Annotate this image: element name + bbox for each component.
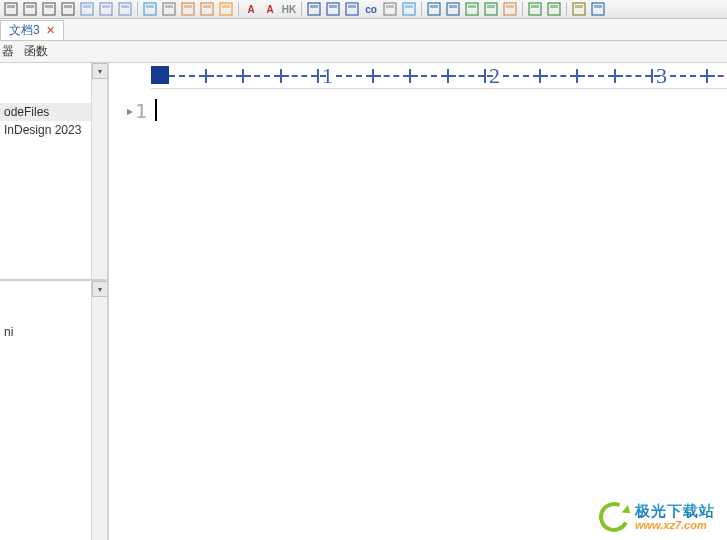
undo-icon[interactable] [179,1,197,17]
close-icon[interactable]: ✕ [46,24,55,37]
nav-left-icon[interactable] [305,1,323,17]
svg-rect-43 [506,5,514,8]
editor: 123 ▸ 1 [109,63,727,540]
copy-icon[interactable] [40,1,58,17]
cal-icon[interactable] [463,1,481,17]
svg-rect-5 [45,5,53,8]
scroll-down-icon[interactable]: ▾ [92,281,107,297]
text-a2-icon[interactable]: A [261,1,279,17]
svg-rect-38 [466,3,478,15]
tree-item[interactable]: odeFiles [0,103,91,121]
frame-icon[interactable] [59,1,77,17]
svg-rect-14 [144,3,156,15]
svg-rect-23 [222,5,230,8]
app-icon[interactable] [570,1,588,17]
page-icon[interactable] [78,1,96,17]
svg-rect-26 [327,3,339,15]
break-icon[interactable] [381,1,399,17]
svg-rect-41 [487,5,495,8]
svg-rect-17 [165,5,173,8]
svg-rect-15 [146,5,154,8]
svg-rect-2 [24,3,36,15]
toolbar-separator [522,2,523,16]
toolbar-separator [238,2,239,16]
svg-rect-22 [220,3,232,15]
scroll-down-icon[interactable]: ▾ [92,63,107,79]
window-icon[interactable] [21,1,39,17]
svg-rect-0 [5,3,17,15]
fill-icon[interactable] [217,1,235,17]
nav-end-icon[interactable] [343,1,361,17]
toolbar-separator [566,2,567,16]
scrollbar[interactable]: ▾ [91,63,107,279]
svg-rect-18 [182,3,194,15]
book-icon[interactable] [425,1,443,17]
page2-icon[interactable] [97,1,115,17]
text-cursor [155,99,157,121]
side-panel-upper: ▾ odeFilesInDesign 2023 [0,63,107,281]
svg-rect-36 [447,3,459,15]
bold-icon[interactable]: HK [280,1,298,17]
horizontal-ruler[interactable]: 123 [151,63,727,89]
gear-icon[interactable] [589,1,607,17]
svg-rect-11 [102,5,110,8]
svg-rect-10 [100,3,112,15]
line-gutter: ▸ 1 [109,89,151,540]
svg-rect-13 [121,5,129,8]
scrollbar[interactable]: ▾ [91,281,107,540]
svg-rect-44 [529,3,541,15]
svg-rect-47 [550,5,558,8]
text-a-icon[interactable]: A [242,1,260,17]
svg-rect-19 [184,5,192,8]
svg-rect-33 [405,5,413,8]
svg-rect-6 [62,3,74,15]
svg-rect-51 [594,5,602,8]
editor-body: ▸ 1 [109,89,727,540]
svg-rect-34 [428,3,440,15]
svg-rect-7 [64,5,72,8]
text-area[interactable] [151,89,727,540]
svg-rect-37 [449,5,457,8]
toolbar: AAHKco [0,0,727,19]
table-icon[interactable] [526,1,544,17]
tree-item[interactable]: ni [0,323,91,341]
watermark-text: 极光下载站 www.xz7.com [635,503,715,532]
svg-rect-27 [329,5,337,8]
svg-rect-32 [403,3,415,15]
tab-bar: 文档3 ✕ [0,19,727,41]
tree-item[interactable]: InDesign 2023 [0,121,91,139]
scissors-icon[interactable] [141,1,159,17]
toolbar-separator [421,2,422,16]
line-marker: ▸ 1 [109,99,151,123]
search-icon[interactable] [160,1,178,17]
chain-icon[interactable] [400,1,418,17]
svg-rect-8 [81,3,93,15]
svg-rect-40 [485,3,497,15]
toolbar-separator [137,2,138,16]
svg-rect-48 [573,3,585,15]
watermark: 极光下载站 www.xz7.com [599,502,715,532]
menu-item-2[interactable]: 函数 [24,43,48,60]
menu-item-1[interactable]: 器 [2,43,14,60]
link-icon[interactable]: co [362,1,380,17]
svg-rect-35 [430,5,438,8]
note-icon[interactable] [501,1,519,17]
ruler-origin-icon[interactable] [151,66,169,84]
layout-icon[interactable] [2,1,20,17]
play-icon[interactable] [545,1,563,17]
redo-icon[interactable] [198,1,216,17]
side-panel: ▾ odeFilesInDesign 2023 ▾ ni [0,63,109,540]
document-tab[interactable]: 文档3 ✕ [0,20,64,40]
book2-icon[interactable] [444,1,462,17]
cal2-icon[interactable] [482,1,500,17]
tree-item[interactable] [0,341,91,345]
svg-rect-29 [348,5,356,8]
nav-right-icon[interactable] [324,1,342,17]
svg-rect-24 [308,3,320,15]
page3-icon[interactable] [116,1,134,17]
svg-rect-1 [7,5,15,8]
current-line-icon: ▸ [127,104,133,118]
side-panel-lower: ▾ ni [0,281,107,540]
svg-rect-20 [201,3,213,15]
svg-rect-3 [26,5,34,8]
